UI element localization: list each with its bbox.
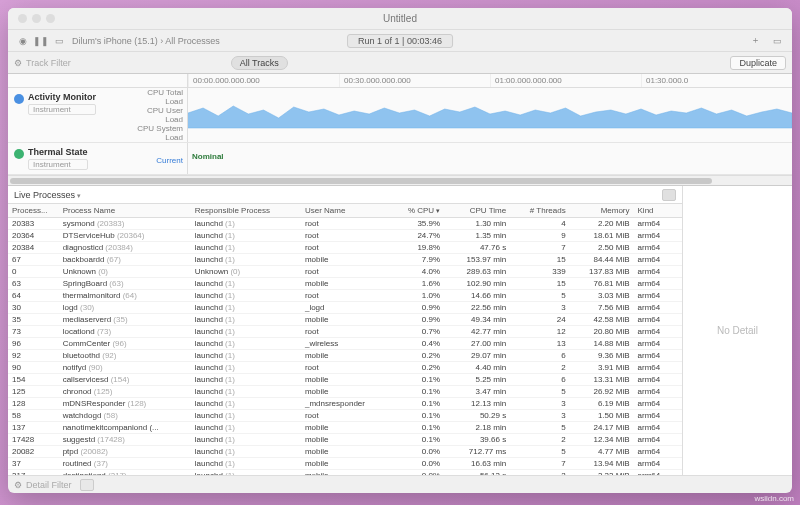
gear-icon[interactable]: ⚙ xyxy=(14,58,22,68)
track-filter-input[interactable]: Track Filter xyxy=(26,58,71,68)
cell-resp: launchd (1) xyxy=(191,290,301,302)
table-row[interactable]: 17428suggestd (17428)launchd (1)mobile0.… xyxy=(8,434,682,446)
cell-resp: launchd (1) xyxy=(191,242,301,254)
cell-mem: 7.56 MiB xyxy=(570,302,634,314)
table-row[interactable]: 137nanotimekitcompaniond (... launchd (1… xyxy=(8,422,682,434)
cell-threads: 13 xyxy=(510,338,569,350)
cell-cpu: 1.0% xyxy=(389,290,444,302)
cell-kind: arm64 xyxy=(634,374,682,386)
cell-resp: launchd (1) xyxy=(191,386,301,398)
cell-user: mobile xyxy=(301,434,389,446)
cell-user: root xyxy=(301,410,389,422)
no-detail-panel: No Detail xyxy=(682,186,792,475)
table-row[interactable]: 37routined (37)launchd (1)mobile0.0%16.6… xyxy=(8,458,682,470)
pause-button[interactable]: ❚❚ xyxy=(32,33,50,49)
col-process-name[interactable]: Process Name xyxy=(59,204,191,218)
input-mode-icon[interactable] xyxy=(80,479,94,491)
cell-cpu: 0.0% xyxy=(389,458,444,470)
cell-pid: 30 xyxy=(8,302,59,314)
toolbar: ◉ ❚❚ ▭ Dilum's iPhone (15.1) › All Proce… xyxy=(8,30,792,52)
table-row[interactable]: 63SpringBoard (63)launchd (1)mobile1.6%1… xyxy=(8,278,682,290)
table-row[interactable]: 30logd (30)launchd (1)_logd0.9%22.56 min… xyxy=(8,302,682,314)
cell-threads: 24 xyxy=(510,314,569,326)
cell-pid: 96 xyxy=(8,338,59,350)
cell-resp: launchd (1) xyxy=(191,230,301,242)
table-row[interactable]: 92bluetoothd (92)launchd (1)mobile0.2%29… xyxy=(8,350,682,362)
detail-filter-input[interactable]: Detail Filter xyxy=(26,480,72,490)
track-activity-monitor[interactable]: Activity Monitor Instrument CPU Total Lo… xyxy=(8,88,792,143)
instrument-chevron[interactable]: Instrument xyxy=(28,104,96,115)
cpu-graph[interactable] xyxy=(188,88,792,140)
cell-resp: launchd (1) xyxy=(191,218,301,230)
table-row[interactable]: 125chronod (125)launchd (1)mobile0.1%3.4… xyxy=(8,386,682,398)
cell-threads: 5 xyxy=(510,290,569,302)
cell-resp: launchd (1) xyxy=(191,398,301,410)
table-row[interactable]: 154callservicesd (154)launchd (1)mobile0… xyxy=(8,374,682,386)
cell-pid: 73 xyxy=(8,326,59,338)
table-header-row[interactable]: Process... Process Name Responsible Proc… xyxy=(8,204,682,218)
cell-mem: 137.83 MiB xyxy=(570,266,634,278)
thermal-graph[interactable]: Nominal xyxy=(188,143,792,169)
cell-kind: arm64 xyxy=(634,266,682,278)
cell-time: 29.07 min xyxy=(444,350,510,362)
table-row[interactable]: 317destinationd (317)launchd (1)mobile0.… xyxy=(8,470,682,476)
add-button[interactable]: ＋ xyxy=(746,33,764,49)
col-user[interactable]: User Name xyxy=(301,204,389,218)
cell-name: CommCenter (96) xyxy=(59,338,191,350)
table-row[interactable]: 96CommCenter (96)launchd (1)_wireless0.4… xyxy=(8,338,682,350)
live-processes-dropdown[interactable]: Live Processes xyxy=(14,190,81,200)
cell-user: mobile xyxy=(301,458,389,470)
table-row[interactable]: 73locationd (73)launchd (1)root0.7%42.77… xyxy=(8,326,682,338)
detail-toggle-icon[interactable] xyxy=(662,189,676,201)
table-row[interactable]: 0Unknown (0)Unknown (0)root4.0%289.63 mi… xyxy=(8,266,682,278)
cell-mem: 3.33 MiB xyxy=(570,470,634,476)
table-row[interactable]: 128mDNSResponder (128)launchd (1)_mdnsre… xyxy=(8,398,682,410)
table-row[interactable]: 20364DTServiceHub (20364)launchd (1)root… xyxy=(8,230,682,242)
target-breadcrumb[interactable]: Dilum's iPhone (15.1) › All Processes xyxy=(72,36,220,46)
cell-time: 16.63 min xyxy=(444,458,510,470)
timeline-ruler[interactable]: 00:00.000.000.000 00:30.000.000.000 01:0… xyxy=(8,74,792,88)
track-thermal-state[interactable]: Thermal State Instrument Current Nominal xyxy=(8,143,792,175)
cell-time: 22.56 min xyxy=(444,302,510,314)
col-process-id[interactable]: Process... xyxy=(8,204,59,218)
target-icon[interactable]: ▭ xyxy=(50,33,68,49)
table-row[interactable]: 35mediaserverd (35)launchd (1)mobile0.9%… xyxy=(8,314,682,326)
cell-mem: 2.50 MiB xyxy=(570,242,634,254)
instruments-window: Untitled ◉ ❚❚ ▭ Dilum's iPhone (15.1) › … xyxy=(8,8,792,493)
cell-name: sysmond (20383) xyxy=(59,218,191,230)
library-button[interactable]: ▭ xyxy=(768,33,786,49)
cell-threads: 2 xyxy=(510,362,569,374)
table-row[interactable]: 58watchdogd (58)launchd (1)root0.1%50.29… xyxy=(8,410,682,422)
cell-kind: arm64 xyxy=(634,458,682,470)
col-responsible[interactable]: Responsible Process xyxy=(191,204,301,218)
cell-mem: 6.19 MiB xyxy=(570,398,634,410)
scrollbar-thumb[interactable] xyxy=(10,178,712,184)
cell-pid: 125 xyxy=(8,386,59,398)
col-threads[interactable]: # Threads xyxy=(510,204,569,218)
table-row[interactable]: 20082ptpd (20082)launchd (1)mobile0.0%71… xyxy=(8,446,682,458)
col-cpu-percent[interactable]: % CPU xyxy=(389,204,444,218)
run-indicator[interactable]: Run 1 of 1 | 00:03:46 xyxy=(347,34,453,48)
track-title: Activity Monitor xyxy=(28,92,96,102)
cell-name: mediaserverd (35) xyxy=(59,314,191,326)
table-row[interactable]: 67backboardd (67)launchd (1)mobile7.9%15… xyxy=(8,254,682,266)
process-table[interactable]: Process... Process Name Responsible Proc… xyxy=(8,204,682,475)
table-row[interactable]: 20383sysmond (20383)launchd (1)root35.9%… xyxy=(8,218,682,230)
table-row[interactable]: 90notifyd (90)launchd (1)root0.2%4.40 mi… xyxy=(8,362,682,374)
cell-user: root xyxy=(301,218,389,230)
all-tracks-button[interactable]: All Tracks xyxy=(231,56,288,70)
duplicate-button[interactable]: Duplicate xyxy=(730,56,786,70)
horizontal-scrollbar[interactable] xyxy=(8,175,792,185)
gear-icon[interactable]: ⚙ xyxy=(14,480,22,490)
instrument-chevron[interactable]: Instrument xyxy=(28,159,88,170)
col-kind[interactable]: Kind xyxy=(634,204,682,218)
table-row[interactable]: 64thermalmonitord (64)launchd (1)root1.0… xyxy=(8,290,682,302)
col-memory[interactable]: Memory xyxy=(570,204,634,218)
cell-pid: 63 xyxy=(8,278,59,290)
col-cpu-time[interactable]: CPU Time xyxy=(444,204,510,218)
cell-cpu: 0.4% xyxy=(389,338,444,350)
table-row[interactable]: 20384diagnosticd (20384)launchd (1)root1… xyxy=(8,242,682,254)
cell-resp: launchd (1) xyxy=(191,302,301,314)
record-button[interactable]: ◉ xyxy=(14,33,32,49)
cell-kind: arm64 xyxy=(634,230,682,242)
